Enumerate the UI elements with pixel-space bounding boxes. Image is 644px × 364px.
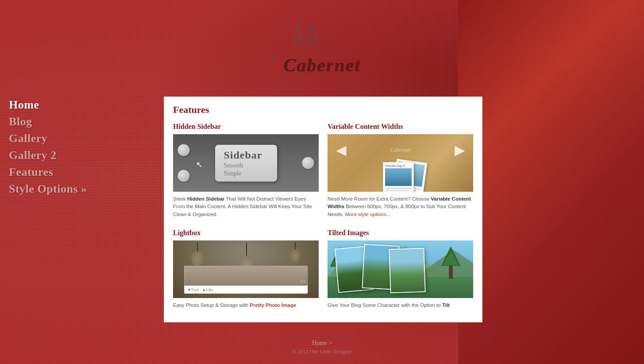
arrow-right-icon: ▶ xyxy=(455,143,464,158)
sidebar-label: Sidebar xyxy=(224,149,262,161)
pretty-photo-link[interactable]: Pretty Photo Image xyxy=(250,302,296,308)
lightbox-window: 2/3 ►Fwd ▲Like xyxy=(184,266,308,294)
logo-icon xyxy=(274,17,371,53)
feature-image-tilted xyxy=(328,240,473,298)
lb-image: 2/3 xyxy=(184,266,308,286)
sidebar-nav: Home Blog Gallery Gallery 2 Features Sty… xyxy=(9,97,87,197)
nav-item-blog[interactable]: Blog xyxy=(9,114,87,129)
feature-title-hidden-sidebar: Hidden Sidebar xyxy=(173,123,319,131)
feature-title-vcw: Variable Content Widths xyxy=(328,123,473,131)
page-stack-front: Yosmite Day 3 xyxy=(383,162,414,192)
footer-breadcrumb: Home > xyxy=(0,340,644,347)
sidebar-knobs-left xyxy=(177,144,190,182)
feature-hidden-sidebar: Hidden Sidebar Sidebar Smooth Simple xyxy=(173,123,319,218)
footer-copyright: © 2012 One Little Designer xyxy=(0,349,644,355)
feature-image-vcw: ◀ Cabernet ▶ xyxy=(328,134,473,192)
feature-desc-lightbox: Easy Photo Setup & Storage with Pretty P… xyxy=(173,302,319,309)
footer-home-link[interactable]: Home xyxy=(312,340,327,346)
lb-counter: 2/3 xyxy=(301,280,305,284)
logo-container: Cabernet xyxy=(274,17,371,76)
logo-bottles-icon xyxy=(274,17,371,53)
site-title: Cabernet xyxy=(283,54,361,76)
feature-image-hidden-sidebar: Sidebar Smooth Simple ↖ xyxy=(173,134,319,192)
arrow-left-icon: ◀ xyxy=(336,143,346,158)
footer-separator: > xyxy=(328,340,332,346)
feature-desc-vcw: Need More Room for Extra Content? Choose… xyxy=(328,195,473,218)
content-inner: Features Hidden Sidebar Sidebar Smooth S xyxy=(164,97,482,316)
header: Cabernet xyxy=(0,0,644,93)
page-mockup: Yosmite Day 3 xyxy=(370,145,432,190)
feature-title-lightbox: Lightbox xyxy=(173,229,319,237)
footer: Home > © 2012 One Little Designer xyxy=(0,340,644,355)
features-grid: Hidden Sidebar Sidebar Smooth Simple xyxy=(173,123,473,309)
knob-top xyxy=(177,144,190,156)
nav-item-gallery[interactable]: Gallery xyxy=(9,131,87,146)
feature-tilted: Tilted Images xyxy=(328,229,473,309)
sidebar-mockup-inner: Sidebar Smooth Simple xyxy=(215,145,277,182)
sidebar-simple: Simple xyxy=(224,170,242,177)
page-title: Features xyxy=(173,104,473,116)
sidebar-knobs-right xyxy=(302,157,314,169)
nav-item-style-options[interactable]: Style Options » xyxy=(9,182,87,197)
knob-right xyxy=(302,157,314,169)
lb-forward: ►Fwd xyxy=(188,287,199,292)
nav-item-home[interactable]: Home xyxy=(9,97,87,112)
knob-bottom xyxy=(177,170,190,182)
feature-title-tilted: Tilted Images xyxy=(328,229,473,237)
tilted-img-3 xyxy=(389,248,425,293)
feature-desc-hidden-sidebar: Sleek Hidden Sidebar That Will Not Distr… xyxy=(173,195,319,218)
svg-rect-0 xyxy=(296,20,300,23)
blog-title: Yosmite Day 3 xyxy=(385,164,412,167)
nav-item-features[interactable]: Features xyxy=(9,165,87,180)
feature-lightbox: Lightbox xyxy=(173,229,319,309)
feature-desc-tilted: Give Your Blog Some Character with the O… xyxy=(328,302,473,309)
more-style-options-link[interactable]: More style options... xyxy=(345,212,391,217)
lb-controls: ►Fwd ▲Like xyxy=(184,286,308,294)
svg-rect-1 xyxy=(309,22,314,25)
feature-image-lightbox: 2/3 ►Fwd ▲Like xyxy=(173,240,319,298)
content-panel[interactable]: Features Hidden Sidebar Sidebar Smooth S xyxy=(164,97,482,322)
nav-item-gallery2[interactable]: Gallery 2 xyxy=(9,148,87,163)
cursor-icon: ↖ xyxy=(196,160,203,170)
feature-vcw: Variable Content Widths ◀ Cabernet ▶ xyxy=(328,123,473,218)
lb-like: ▲Like xyxy=(202,287,213,292)
sidebar-smooth: Smooth xyxy=(224,162,243,169)
